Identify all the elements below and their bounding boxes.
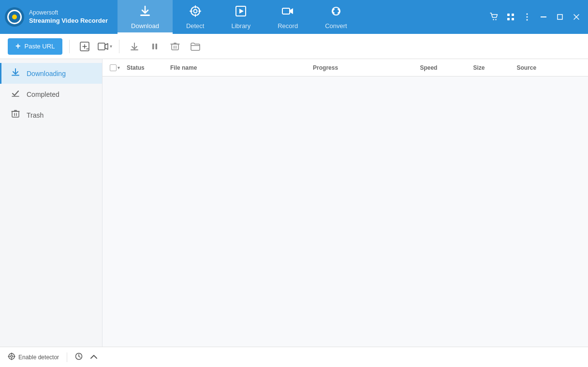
video-format-button[interactable] xyxy=(97,38,109,55)
video-format-dropdown-arrow[interactable]: ▾ xyxy=(110,44,112,49)
tab-download-label: Download xyxy=(131,22,159,30)
enable-detector-item[interactable]: Enable detector xyxy=(8,352,59,362)
detect-tab-icon xyxy=(189,5,202,20)
minimize-button[interactable] xyxy=(537,10,550,24)
table-body xyxy=(103,76,588,347)
schedule-icon xyxy=(75,352,83,362)
main-layout: Downloading Completed xyxy=(0,59,588,347)
tab-library-label: Library xyxy=(231,22,250,30)
download-tab-icon xyxy=(139,5,151,20)
svg-rect-20 xyxy=(541,16,546,17)
schedule-item[interactable] xyxy=(75,352,83,362)
app-brand: Apowersoft xyxy=(29,9,108,17)
trash-icon xyxy=(10,109,21,121)
sidebar-item-completed[interactable]: Completed xyxy=(0,84,102,105)
tab-record-label: Record xyxy=(278,22,298,30)
nav-tabs: Download Detect xyxy=(118,0,487,34)
app-product: Streaming Video Recorder xyxy=(29,16,108,25)
tab-library[interactable]: Library xyxy=(218,0,264,34)
expand-item[interactable] xyxy=(90,354,97,361)
svg-rect-28 xyxy=(152,44,154,49)
content-area: ▾ Status File name Progress Speed Size S… xyxy=(103,59,588,347)
downloading-label: Downloading xyxy=(27,70,66,77)
col-filename-header: File name xyxy=(170,64,313,71)
svg-rect-13 xyxy=(507,14,510,16)
apps-button[interactable] xyxy=(504,10,517,24)
delete-button[interactable] xyxy=(167,38,183,55)
svg-point-12 xyxy=(495,19,496,20)
completed-label: Completed xyxy=(27,91,59,98)
statusbar-divider xyxy=(67,352,67,362)
svg-marker-8 xyxy=(239,9,244,14)
detector-icon xyxy=(8,352,15,362)
svg-line-53 xyxy=(79,356,80,357)
open-folder-button[interactable] xyxy=(187,38,204,55)
import-button[interactable] xyxy=(76,38,93,55)
app-logo-dot xyxy=(12,15,17,19)
downloading-icon xyxy=(10,68,21,79)
sidebar-item-downloading[interactable]: Downloading xyxy=(0,63,102,84)
svg-rect-0 xyxy=(140,15,150,16)
tab-detect-label: Detect xyxy=(186,22,205,30)
library-tab-icon xyxy=(235,5,247,20)
sidebar-item-trash[interactable]: Trash xyxy=(0,105,102,125)
select-all-checkbox[interactable] xyxy=(110,64,117,71)
cart-button[interactable] xyxy=(487,10,501,24)
menu-button[interactable] xyxy=(520,10,534,24)
svg-marker-26 xyxy=(105,44,108,49)
svg-rect-9 xyxy=(282,8,290,14)
svg-point-17 xyxy=(527,14,528,15)
video-options-button-group[interactable]: ▾ xyxy=(97,38,112,55)
app-logo-inner xyxy=(7,10,22,24)
tab-detect[interactable]: Detect xyxy=(173,0,218,34)
col-progress-header: Progress xyxy=(313,64,420,71)
svg-point-46 xyxy=(11,355,13,357)
convert-tab-icon xyxy=(330,5,342,20)
tab-record[interactable]: Record xyxy=(264,0,311,34)
window-controls xyxy=(487,10,583,24)
app-name: Apowersoft Streaming Video Recorder xyxy=(29,9,108,26)
close-button[interactable] xyxy=(570,10,583,24)
plus-icon: + xyxy=(15,41,21,51)
trash-label: Trash xyxy=(27,111,44,119)
svg-point-2 xyxy=(193,9,197,13)
sidebar: Downloading Completed xyxy=(0,59,103,347)
svg-rect-29 xyxy=(156,44,158,49)
toolbar-divider-1 xyxy=(69,40,70,53)
checkbox-dropdown-arrow[interactable]: ▾ xyxy=(118,65,120,70)
svg-rect-38 xyxy=(12,111,19,117)
svg-point-11 xyxy=(493,19,494,20)
maximize-button[interactable] xyxy=(553,10,567,24)
col-size-header: Size xyxy=(473,64,516,71)
toolbar-divider-2 xyxy=(119,40,119,53)
col-speed-header: Speed xyxy=(420,64,473,71)
svg-point-19 xyxy=(527,19,528,21)
expand-icon xyxy=(90,354,97,361)
svg-rect-25 xyxy=(98,43,105,50)
svg-rect-15 xyxy=(507,18,510,20)
col-source-header: Source xyxy=(516,64,588,71)
svg-rect-30 xyxy=(172,44,178,50)
col-check[interactable]: ▾ xyxy=(103,64,127,71)
tab-convert[interactable]: Convert xyxy=(311,0,361,34)
svg-marker-10 xyxy=(290,8,293,14)
tab-download[interactable]: Download xyxy=(118,0,173,34)
col-status-header: Status xyxy=(127,64,170,71)
paste-url-button[interactable]: + Paste URL xyxy=(8,38,62,55)
app-logo xyxy=(5,7,24,27)
titlebar: Apowersoft Streaming Video Recorder Down… xyxy=(0,0,588,34)
tab-convert-label: Convert xyxy=(325,22,347,30)
svg-rect-14 xyxy=(512,14,514,16)
svg-rect-16 xyxy=(512,18,514,20)
table-header: ▾ Status File name Progress Speed Size S… xyxy=(103,59,588,76)
svg-point-18 xyxy=(527,16,528,18)
download-all-button[interactable] xyxy=(126,38,143,55)
pause-all-button[interactable] xyxy=(147,38,163,55)
svg-rect-21 xyxy=(558,15,562,19)
statusbar: Enable detector xyxy=(0,347,588,367)
toolbar: + Paste URL ▾ xyxy=(0,34,588,59)
paste-url-label: Paste URL xyxy=(25,43,55,50)
record-tab-icon xyxy=(281,5,294,20)
enable-detector-label: Enable detector xyxy=(18,354,59,361)
completed-icon xyxy=(10,89,21,100)
